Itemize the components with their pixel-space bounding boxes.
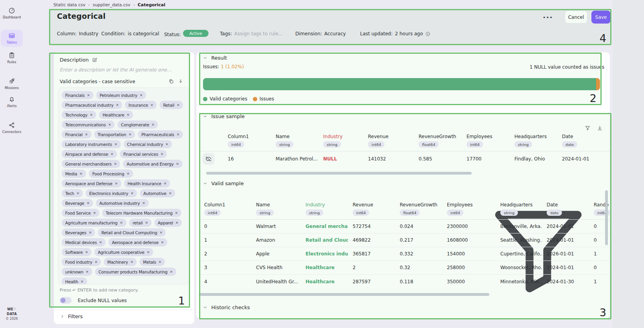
result-section-header[interactable]: Result	[203, 55, 227, 61]
remove-category-icon[interactable]: ✕	[165, 142, 168, 146]
panel-vscrollbar[interactable]	[605, 190, 608, 245]
remove-category-icon[interactable]: ✕	[130, 260, 133, 264]
category-chip[interactable]: Automotive industry✕	[96, 199, 149, 207]
category-chip[interactable]: Telecommunications✕	[62, 120, 115, 129]
category-chip[interactable]: Software✕	[62, 248, 91, 256]
remove-category-icon[interactable]: ✕	[159, 231, 162, 235]
filters-section-header[interactable]: Filters	[60, 313, 82, 319]
remove-category-icon[interactable]: ✕	[99, 241, 102, 244]
category-chip[interactable]: Beverages✕	[62, 228, 95, 237]
remove-category-icon[interactable]: ✕	[116, 103, 119, 107]
issue-sample-section-header[interactable]: Issue sample	[203, 113, 245, 119]
category-chip[interactable]: Financials✕	[62, 91, 93, 99]
remove-category-icon[interactable]: ✕	[115, 182, 117, 186]
remove-category-icon[interactable]: ✕	[169, 191, 172, 195]
more-options-button[interactable]: •••	[541, 13, 554, 23]
valid-sample-section-header[interactable]: Valid sample	[203, 180, 244, 186]
remove-category-icon[interactable]: ✕	[114, 142, 117, 146]
remove-category-icon[interactable]: ✕	[159, 260, 161, 264]
remove-category-icon[interactable]: ✕	[177, 103, 179, 107]
sidebar-item-alerts[interactable]: Alerts	[1, 93, 23, 110]
remove-category-icon[interactable]: ✕	[95, 260, 97, 264]
save-button[interactable]: Save	[591, 11, 611, 24]
category-chip[interactable]: Health✕	[62, 277, 87, 284]
remove-category-icon[interactable]: ✕	[89, 231, 91, 235]
tags-input[interactable]: Assign tags to rule...	[234, 31, 283, 36]
breadcrumb-item[interactable]: Categorical	[137, 2, 165, 7]
category-chip[interactable]: Financial✕	[62, 130, 91, 138]
category-chip[interactable]: Agriculture manufacturing✕	[62, 219, 126, 227]
remove-category-icon[interactable]: ✕	[80, 172, 82, 176]
remove-category-icon[interactable]: ✕	[77, 191, 79, 195]
historic-checks-section-header[interactable]: Historic checks	[203, 304, 250, 310]
status-badge[interactable]: Active	[183, 30, 208, 37]
category-chip[interactable]: Agriculture cooperative✕	[94, 248, 153, 256]
category-chip[interactable]: Telecom Hardware Manufacturing✕	[102, 209, 181, 217]
remove-category-icon[interactable]: ✕	[90, 113, 93, 117]
category-chip[interactable]: Technology✕	[62, 111, 96, 119]
hide-row-button[interactable]	[203, 153, 214, 165]
breadcrumb-item[interactable]: supplier_data.csv	[93, 2, 130, 7]
remove-category-icon[interactable]: ✕	[129, 133, 132, 137]
remove-category-icon[interactable]: ✕	[161, 152, 163, 156]
category-chip[interactable]: Chemical industry✕	[124, 140, 172, 148]
remove-category-icon[interactable]: ✕	[145, 221, 148, 225]
category-chip[interactable]: Machinery✕	[104, 258, 137, 266]
sidebar-item-rules[interactable]: Rules	[1, 49, 23, 66]
categories-input[interactable]: Financials✕Petroleum industry✕Pharmaceut…	[58, 87, 189, 284]
remove-category-icon[interactable]: ✕	[120, 221, 123, 225]
sidebar-item-connectors[interactable]: Connectors	[1, 119, 23, 136]
remove-category-icon[interactable]: ✕	[164, 182, 166, 186]
category-chip[interactable]: Conglomerate✕	[117, 120, 158, 129]
edit-icon[interactable]	[92, 57, 97, 63]
remove-category-icon[interactable]: ✕	[85, 250, 88, 254]
category-chip[interactable]: Tech✕	[62, 189, 83, 197]
description-input[interactable]: Enter a description or let the AI genera…	[60, 67, 171, 73]
remove-category-icon[interactable]: ✕	[86, 270, 88, 274]
remove-category-icon[interactable]: ✕	[114, 162, 117, 166]
category-chip[interactable]: Aerospace and Defense✕	[62, 179, 121, 188]
remove-category-icon[interactable]: ✕	[175, 211, 178, 215]
category-chip[interactable]: Food Processing✕	[89, 169, 133, 178]
category-chip[interactable]: Transportation✕	[94, 130, 135, 138]
category-chip[interactable]: General merchandisers✕	[62, 160, 120, 168]
category-chip[interactable]: Medical devices✕	[62, 238, 106, 246]
remove-category-icon[interactable]: ✕	[176, 221, 178, 225]
category-chip[interactable]: Aerospace and defense✕	[108, 238, 167, 246]
remove-category-icon[interactable]: ✕	[85, 133, 88, 137]
remove-category-icon[interactable]: ✕	[108, 123, 111, 127]
copy-icon[interactable]	[168, 78, 174, 84]
category-chip[interactable]: Retail and Cloud Computing✕	[98, 228, 166, 237]
cancel-button[interactable]: Cancel	[565, 11, 587, 24]
category-chip[interactable]: Consumer products Manufacturing✕	[95, 268, 176, 276]
issue-table-hscrollbar[interactable]	[206, 172, 472, 175]
remove-category-icon[interactable]: ✕	[177, 133, 179, 137]
breadcrumb-item[interactable]: Static data csv	[53, 2, 86, 7]
category-chip[interactable]: Financial services✕	[120, 150, 167, 158]
category-chip[interactable]: Food industry✕	[62, 258, 101, 266]
category-chip[interactable]: retail✕	[129, 219, 152, 227]
remove-category-icon[interactable]: ✕	[170, 270, 173, 274]
category-chip[interactable]: Electronics industry✕	[86, 189, 137, 197]
remove-category-icon[interactable]: ✕	[87, 93, 90, 97]
category-chip[interactable]: Apparel✕	[154, 219, 182, 227]
category-chip[interactable]: Metals✕	[139, 258, 165, 266]
download-icon[interactable]	[597, 125, 603, 131]
remove-category-icon[interactable]: ✕	[176, 162, 179, 166]
category-chip[interactable]: Automotive and Energy✕	[123, 160, 182, 168]
category-chip[interactable]: Petroleum industry✕	[96, 91, 146, 99]
category-chip[interactable]: Food Service✕	[62, 209, 99, 217]
category-chip[interactable]: Pharmaceuticals✕	[138, 130, 183, 138]
arrow-down-icon[interactable]	[178, 78, 183, 84]
remove-category-icon[interactable]: ✕	[142, 201, 145, 205]
remove-category-icon[interactable]: ✕	[111, 152, 113, 156]
remove-category-icon[interactable]: ✕	[131, 191, 134, 195]
category-chip[interactable]: Pharmaceutical industry✕	[62, 101, 122, 109]
exclude-null-toggle[interactable]	[60, 297, 71, 304]
sidebar-item-dashboard[interactable]: Dashboard	[1, 5, 23, 22]
category-chip[interactable]: Health Insurance✕	[124, 179, 170, 188]
remove-category-icon[interactable]: ✕	[93, 211, 96, 215]
category-chip[interactable]: Airspace and defense✕	[62, 150, 117, 158]
category-chip[interactable]: Media✕	[62, 169, 86, 178]
category-chip[interactable]: unknown✕	[62, 268, 92, 276]
